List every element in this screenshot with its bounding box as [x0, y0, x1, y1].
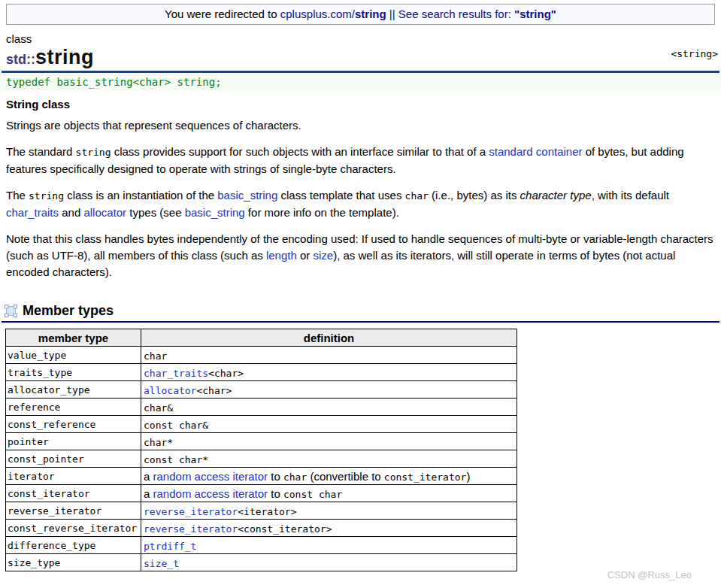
table-row: size_typesize_t [6, 554, 517, 571]
page-title: std::string [6, 46, 94, 68]
table-row: const_pointerconst char* [6, 450, 517, 468]
link[interactable]: char_traits [144, 368, 208, 379]
link[interactable]: random access iterator [153, 470, 268, 483]
table-row: traits_typechar_traits<char> [6, 364, 517, 381]
table-row: const_reverse_iteratorreverse_iterator<c… [6, 520, 517, 537]
link[interactable]: See search results for: [398, 8, 514, 20]
link[interactable]: length [266, 249, 297, 262]
member-type-cell: reference [6, 399, 141, 416]
text-segment: a [144, 470, 153, 483]
table-row: pointerchar* [6, 433, 517, 450]
inline-code: string [29, 190, 64, 202]
definition-cell: ptrdiff_t [141, 537, 517, 554]
link[interactable]: size_t [144, 558, 179, 569]
link[interactable]: allocator [83, 206, 126, 219]
link[interactable]: random access iterator [153, 487, 268, 500]
text-segment: , with its default [592, 189, 669, 202]
section-divider [2, 321, 719, 323]
member-types-table-body: value_typechartraits_typechar_traits<cha… [6, 347, 517, 571]
text-segment: to [268, 470, 283, 483]
section-title: Member types [23, 303, 114, 318]
member-type-cell: const_pointer [6, 450, 141, 468]
member-type-cell: const_reverse_iterator [6, 520, 141, 537]
inline-code: char* [144, 437, 173, 448]
page-header: std::string <string> [6, 46, 718, 68]
inline-code: char [144, 350, 167, 362]
inline-code: const char& [144, 420, 208, 431]
link[interactable]: size [314, 249, 334, 262]
definition-cell: a random access iterator to const char [141, 485, 517, 502]
table-row: const_referenceconst char& [6, 416, 517, 433]
text-segment: to [268, 487, 283, 500]
link[interactable]: string [355, 8, 386, 20]
intro-paragraph: Note that this class handles bytes indep… [6, 231, 715, 280]
member-type-cell: pointer [6, 433, 141, 450]
text-segment: for more info on the template). [245, 206, 399, 219]
link[interactable]: basic_string [185, 206, 245, 219]
link[interactable]: "string" [514, 8, 556, 20]
table-row: reverse_iteratorreverse_iterator<iterato… [6, 502, 517, 520]
definition-cell: a random access iterator to char (conver… [141, 468, 517, 485]
definition-cell: reverse_iterator<iterator> [141, 502, 517, 520]
text-segment: || [386, 8, 398, 20]
table-row: difference_typeptrdiff_t [6, 537, 517, 554]
definition-cell: char* [141, 433, 517, 450]
intro-paragraph: Strings are objects that represent seque… [6, 117, 715, 134]
definition-cell: char_traits<char> [141, 364, 517, 381]
link[interactable]: basic_string [217, 189, 277, 202]
member-type-cell: reverse_iterator [6, 502, 141, 520]
table-header-row: member type definition [6, 329, 517, 347]
inline-code: <char> [208, 368, 244, 379]
member-types-section-heading: Member types [5, 303, 715, 318]
text-segment: or [297, 249, 314, 262]
member-type-cell: traits_type [6, 364, 141, 381]
definition-cell: reverse_iterator<const_iterator> [141, 520, 517, 537]
member-type-cell: difference_type [6, 537, 141, 554]
link[interactable]: allocator [144, 385, 196, 396]
selection-square-icon [5, 305, 17, 317]
member-type-cell: const_reference [6, 416, 141, 433]
link[interactable]: reverse_iterator [144, 506, 238, 517]
inline-code: const char [283, 489, 342, 500]
col-header-definition: definition [141, 329, 517, 347]
header-include-name: <string> [671, 48, 718, 59]
text-segment: a [144, 487, 153, 500]
text-segment: class provides support for such objects … [111, 145, 489, 158]
text-segment: class is an instantiation of the [64, 189, 217, 202]
csdn-watermark: CSDN @Russ_Leo [607, 569, 692, 580]
inline-code: char [405, 190, 429, 202]
redirect-banner: You were redirected to cplusplus.com/str… [6, 4, 715, 25]
link[interactable]: ptrdiff_t [144, 541, 196, 552]
namespace-prefix: std:: [6, 52, 35, 67]
text-segment: Strings are objects that represent seque… [6, 119, 301, 132]
intro-paragraph: The string class is an instantiation of … [6, 187, 715, 221]
text-segment: character type [520, 189, 592, 202]
text-segment: (convertible to [307, 470, 384, 483]
text-segment: ) [466, 470, 470, 483]
class-name: string [35, 46, 94, 68]
inline-code: char [283, 471, 307, 483]
member-types-table: member type definition value_typechartra… [5, 329, 517, 571]
redirect-banner-text: You were redirected to cplusplus.com/str… [165, 8, 556, 20]
member-type-cell: value_type [6, 347, 141, 364]
text-segment: The [6, 189, 29, 202]
inline-code: string [76, 147, 111, 158]
table-row: value_typechar [6, 347, 517, 364]
definition-cell: size_t [141, 554, 517, 571]
string-class-heading: String class [6, 98, 715, 111]
definition-cell: allocator<char> [141, 381, 517, 399]
intro-paragraph: The standard string class provides suppo… [6, 144, 715, 177]
link[interactable]: standard container [489, 145, 582, 158]
link[interactable]: reverse_iterator [144, 523, 238, 535]
typedef-code-box: typedef basic_string<char> string; [0, 74, 721, 91]
table-row: const_iteratora random access iterator t… [6, 485, 517, 502]
inline-code: const_iterator [384, 471, 467, 483]
definition-cell: const char* [141, 450, 517, 468]
inline-code: <iterator> [238, 506, 296, 517]
text-segment: class template that uses [277, 189, 404, 202]
member-type-cell: size_type [6, 554, 141, 571]
member-type-cell: iterator [6, 468, 141, 485]
text-segment: The standard [6, 145, 76, 158]
link[interactable]: cplusplus.com/ [280, 8, 355, 20]
link[interactable]: char_traits [6, 206, 59, 219]
